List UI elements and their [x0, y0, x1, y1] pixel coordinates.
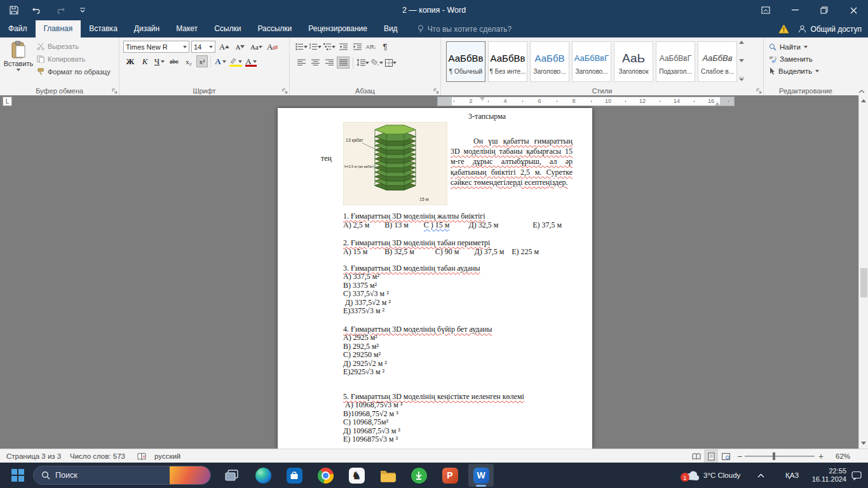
scroll-down-icon[interactable] [861, 442, 866, 445]
style-card-heading1[interactable]: АаБбВ Заголово... [530, 41, 569, 82]
style-card-subtle-emphasis[interactable]: АаБбВв Слабое в... [698, 41, 737, 82]
text-effects-button[interactable]: А [214, 55, 227, 67]
first-line-indent-marker[interactable] [480, 97, 485, 101]
vertical-scrollbar[interactable] [858, 95, 868, 449]
minimize-button[interactable] [780, 0, 810, 20]
select-button[interactable]: Выделить [769, 65, 845, 77]
bold-button[interactable]: Ж [123, 55, 137, 67]
copy-button[interactable]: Копировать [37, 55, 85, 63]
tab-insert[interactable]: Вставка [81, 20, 126, 37]
notification-center-button[interactable] [851, 463, 862, 488]
search-box[interactable]: Поиск [33, 466, 211, 485]
ribbon-display-options-icon[interactable] [751, 0, 780, 20]
shrink-font-button[interactable]: А [233, 41, 247, 53]
align-left-button[interactable] [295, 57, 308, 69]
find-button[interactable]: Найти [769, 41, 845, 53]
edge-button[interactable] [250, 464, 276, 487]
app-white-button[interactable]: ♞ [344, 464, 369, 487]
tab-mailings[interactable]: Рассылки [249, 20, 300, 37]
tab-view[interactable]: Вид [376, 20, 406, 37]
bullets-button[interactable] [295, 41, 308, 53]
decrease-indent-button[interactable] [337, 41, 349, 53]
font-size-combobox[interactable]: 14 [191, 41, 215, 53]
align-right-button[interactable] [323, 57, 336, 69]
undo-icon[interactable] [31, 4, 43, 17]
language-switcher[interactable]: ҚАЗ [785, 463, 799, 488]
print-layout-button[interactable] [704, 449, 718, 463]
superscript-button[interactable]: х² [196, 55, 208, 67]
zoom-in-button[interactable]: + [818, 449, 824, 463]
strikethrough-button[interactable]: abc [167, 55, 181, 67]
styles-scroll-down-icon[interactable] [739, 59, 744, 62]
clear-formatting-button[interactable]: А [266, 41, 280, 53]
web-layout-button[interactable] [719, 449, 733, 463]
align-center-button[interactable] [309, 57, 322, 69]
line-spacing-button[interactable] [356, 57, 369, 69]
grow-font-button[interactable]: А [217, 41, 231, 53]
zoom-out-button[interactable]: − [737, 449, 742, 463]
powerpoint-button[interactable]: P [437, 464, 463, 487]
customize-quick-access-icon[interactable] [76, 4, 89, 17]
clipboard-dialog-launcher-icon[interactable] [112, 88, 118, 94]
file-explorer-button[interactable] [375, 464, 400, 487]
horizontal-ruler[interactable]: 2 4 6 8 10 12 14 16 [437, 97, 735, 106]
store-button[interactable] [281, 464, 307, 487]
proofing-icon[interactable] [137, 449, 147, 463]
close-button[interactable] [839, 0, 868, 20]
sort-button[interactable]: АЯ↓ [365, 41, 377, 53]
document-page[interactable]: 3-тапсырма [278, 108, 592, 449]
style-card-normal[interactable]: АаБбВв ¶ Обычный [446, 41, 485, 82]
tab-file[interactable]: Файл [0, 20, 36, 37]
subscript-button[interactable]: х₂ [182, 55, 196, 67]
word-count[interactable]: Число слов: 573 [70, 449, 125, 463]
task-view-button[interactable] [219, 464, 245, 487]
numbering-button[interactable] [309, 41, 322, 53]
styles-dialog-launcher-icon[interactable] [756, 88, 762, 94]
tab-layout[interactable]: Макет [168, 20, 206, 37]
tray-chevron-button[interactable] [757, 463, 764, 488]
change-case-button[interactable]: Аа [249, 41, 264, 53]
highlight-button[interactable] [228, 55, 243, 67]
zoom-slider[interactable] [745, 449, 815, 463]
redo-icon[interactable] [53, 4, 66, 17]
font-color-button[interactable]: А [244, 55, 258, 67]
app-green-button[interactable] [406, 464, 431, 487]
collapse-ribbon-icon[interactable] [858, 90, 865, 93]
italic-button[interactable]: К [138, 55, 152, 67]
start-button[interactable] [5, 464, 31, 487]
style-card-heading2[interactable]: АаБбВвГ Заголово... [572, 41, 611, 82]
weather-widget[interactable]: 1 3°C Cloudy [685, 463, 740, 488]
format-painter-button[interactable]: Формат по образцу [37, 68, 111, 76]
scroll-up-icon[interactable] [861, 99, 866, 102]
style-card-no-spacing[interactable]: АаБбВв ¶ Без инте... [488, 41, 527, 82]
tab-stop-selector[interactable]: L [3, 97, 12, 106]
style-card-title[interactable]: АаЬ Заголовок [614, 41, 653, 82]
read-mode-button[interactable] [689, 449, 703, 463]
tab-home[interactable]: Главная [36, 20, 81, 37]
scrollbar-thumb[interactable] [860, 268, 867, 297]
clock[interactable]: 22:55 16.11.2024 [808, 463, 846, 488]
cut-button[interactable]: Вырезать [37, 43, 79, 50]
show-marks-button[interactable]: ¶ [379, 41, 391, 53]
underline-button[interactable]: Ч [153, 55, 166, 67]
font-name-combobox[interactable]: Times New R [123, 41, 189, 53]
paragraph-dialog-launcher-icon[interactable] [433, 88, 439, 94]
zoom-slider-thumb[interactable] [773, 452, 775, 460]
page-count[interactable]: Страница 3 из 3 [6, 449, 61, 463]
building-figure[interactable]: 13 қабат h=2,5 м (әр қабат) 15 м [343, 122, 447, 205]
word-button[interactable]: W [468, 464, 494, 487]
tab-references[interactable]: Ссылки [206, 20, 249, 37]
style-card-subtitle[interactable]: АаБбВвГ Подзагол... [656, 41, 695, 82]
language-indicator[interactable]: русский [154, 449, 180, 463]
increase-indent-button[interactable] [351, 41, 363, 53]
styles-scroll-up-icon[interactable] [739, 41, 744, 44]
styles-gallery-expand-icon[interactable] [739, 77, 744, 81]
right-indent-marker[interactable] [715, 102, 720, 105]
replace-button[interactable]: Заменить [769, 53, 845, 65]
justify-button[interactable] [337, 57, 349, 69]
tab-review[interactable]: Рецензирование [300, 20, 376, 37]
tell-me-box[interactable]: Что вы хотите сделать? [417, 20, 512, 37]
chrome-button[interactable] [313, 464, 338, 487]
paste-button[interactable]: Вставить [4, 41, 33, 83]
tab-design[interactable]: Дизайн [126, 20, 168, 37]
